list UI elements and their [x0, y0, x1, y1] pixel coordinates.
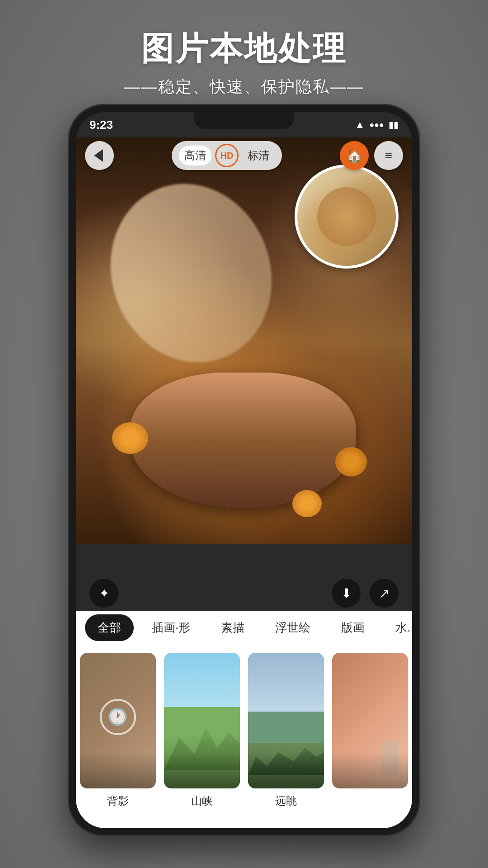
- back-button[interactable]: [85, 141, 114, 170]
- status-icons: ▲ ●●● ▮▮: [355, 119, 399, 131]
- menu-icon: ≡: [385, 148, 392, 163]
- download-button[interactable]: ⬇: [332, 579, 361, 608]
- preview-circle-inner: [297, 167, 396, 266]
- filter-tab-sketch[interactable]: 素描: [208, 614, 257, 641]
- filter-tabs: 全部 插画·形 素描 浮世绘 版画 水...: [76, 611, 412, 644]
- fruit-3: [292, 490, 322, 517]
- right-controls: 🏠 ≡: [340, 141, 403, 170]
- thumb-shadow-4: [332, 752, 408, 788]
- hd-badge-text: HD: [221, 151, 234, 161]
- filter-tab-water[interactable]: 水...: [383, 614, 412, 641]
- signal-icon: ●●●: [369, 120, 384, 130]
- filter-tab-illustration[interactable]: 插画·形: [139, 614, 203, 641]
- phone-frame: 9:23 ▲ ●●● ▮▮: [68, 104, 420, 836]
- bottom-actions: ✦ ⬇ ↗: [76, 575, 412, 611]
- fruit-2: [335, 447, 367, 476]
- star-icon: 🏠: [347, 148, 362, 163]
- bowl: [130, 373, 356, 508]
- filter-thumb-shanxia[interactable]: 山峡: [160, 653, 244, 828]
- fruit-1: [112, 422, 148, 454]
- filter-thumb-beying[interactable]: 🕐 背影: [76, 653, 160, 828]
- favorite-button[interactable]: 🏠: [340, 141, 369, 170]
- brush-icon: ✦: [99, 586, 109, 601]
- quality-high-button[interactable]: 高清: [179, 146, 211, 165]
- thumb-shadow-1: [80, 752, 155, 788]
- notch: [194, 112, 294, 129]
- page-title: 图片本地处理: [0, 27, 488, 71]
- preview-circle[interactable]: [295, 165, 399, 269]
- thumb-label-3: 远眺: [275, 794, 297, 808]
- thumb-label-2: 山峡: [191, 794, 213, 808]
- filter-tab-woodblock[interactable]: 版画: [328, 614, 377, 641]
- quality-standard-button[interactable]: 标清: [242, 146, 275, 165]
- preview-food-detail: [317, 187, 376, 246]
- battery-icon: ▮▮: [389, 119, 399, 130]
- filter-tab-ukiyo[interactable]: 浮世绘: [263, 614, 323, 641]
- status-time: 9:23: [89, 118, 113, 132]
- hd-badge: HD: [215, 144, 239, 167]
- page-subtitle: ——稳定、快速、保护隐私——: [0, 76, 488, 98]
- back-arrow-icon: [94, 149, 103, 162]
- filter-thumb-4[interactable]: [328, 653, 412, 828]
- thumb-img-2: [164, 653, 239, 788]
- right-action-buttons: ⬇ ↗: [332, 579, 399, 608]
- clock-icon: 🕐: [100, 699, 136, 735]
- thumb-img-4: [332, 653, 408, 788]
- thumb-shadow-3: [248, 752, 324, 788]
- thumb-label-1: 背影: [107, 794, 129, 808]
- controls-bar: 高清 HD 标清 🏠 ≡: [76, 137, 412, 174]
- download-icon: ⬇: [341, 586, 352, 601]
- filter-thumb-yuantiao[interactable]: 远眺: [244, 653, 328, 828]
- thumb-img-3: [248, 653, 324, 788]
- quality-toggle-group: 高清 HD 标清: [172, 141, 282, 170]
- sky-3: [248, 653, 324, 712]
- main-image: [76, 137, 412, 544]
- filter-tab-all[interactable]: 全部: [85, 614, 134, 641]
- thumb-img-1: 🕐: [80, 653, 155, 788]
- thumb-shadow-2: [164, 752, 239, 788]
- phone-screen: 9:23 ▲ ●●● ▮▮: [76, 112, 412, 828]
- wifi-icon: ▲: [355, 119, 365, 131]
- share-button[interactable]: ↗: [370, 579, 399, 608]
- share-icon: ↗: [379, 586, 389, 601]
- filter-thumbnails: 🕐 背影 山峡: [76, 644, 412, 828]
- brush-tool-button[interactable]: ✦: [89, 579, 118, 608]
- sky-2: [164, 653, 239, 707]
- menu-button[interactable]: ≡: [374, 141, 403, 170]
